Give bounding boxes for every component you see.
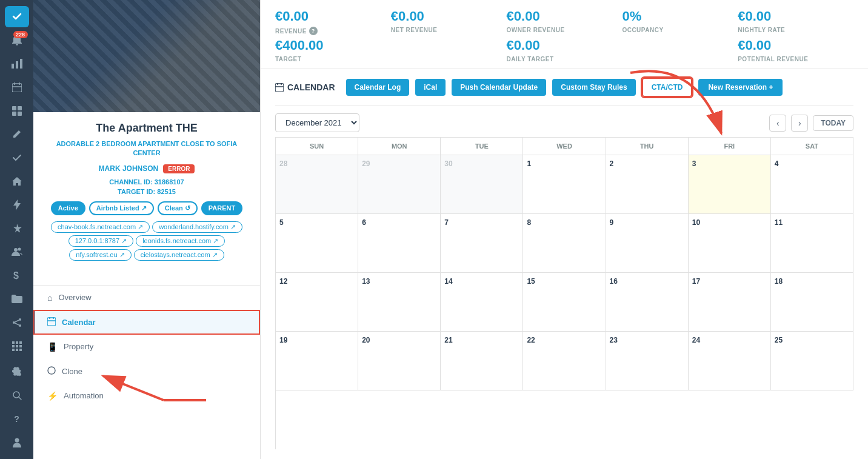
- property-name: The Apartment THE: [45, 122, 248, 135]
- tag-parent[interactable]: PARENT: [201, 201, 242, 215]
- ical-button[interactable]: iCal: [415, 79, 446, 96]
- sidebar-icon-settings[interactable]: [5, 361, 29, 383]
- sidebar-icon-question[interactable]: ?: [5, 409, 29, 430]
- calendar-cell[interactable]: 21: [441, 332, 523, 390]
- calendar-cell[interactable]: 15: [523, 273, 606, 332]
- prev-month-button[interactable]: ‹: [769, 115, 786, 132]
- next-month-button[interactable]: ›: [791, 115, 808, 132]
- sidebar-icon-grid[interactable]: [5, 335, 29, 357]
- subnav-clone-label: Clone: [62, 367, 82, 376]
- calendar-cell[interactable]: 5: [276, 214, 358, 273]
- svg-rect-10: [18, 112, 22, 116]
- calendar-cell[interactable]: 14: [441, 273, 523, 332]
- sidebar-icon-folder[interactable]: [5, 289, 29, 310]
- sidebar-icon-star[interactable]: [5, 218, 29, 239]
- push-calendar-button[interactable]: Push Calendar Update: [452, 79, 546, 96]
- subnav-automation-label: Automation: [64, 391, 104, 400]
- subnav-clone[interactable]: Clone: [33, 359, 260, 384]
- tag-active[interactable]: Active: [51, 201, 85, 215]
- calendar-cell-today[interactable]: 3: [689, 155, 771, 214]
- calendar-cell[interactable]: 19: [276, 332, 358, 390]
- link-nfy[interactable]: nfy.softrest.eu ↗: [69, 249, 131, 261]
- revenue-help-icon[interactable]: ?: [309, 27, 318, 35]
- sidebar-icon-tasks[interactable]: [5, 100, 29, 121]
- calendar-cell[interactable]: 9: [606, 214, 689, 273]
- stat-net-revenue-label: NET REVENUE: [391, 27, 507, 33]
- sidebar-icon-lightning[interactable]: [5, 194, 29, 215]
- sidebar-icon-check2[interactable]: [5, 147, 29, 169]
- calendar-cell[interactable]: 28: [276, 155, 358, 214]
- owner-error-badge: ERROR: [163, 164, 195, 173]
- stat-daily-target-value: €0.00: [507, 38, 623, 53]
- subnav-automation[interactable]: ⚡ Automation: [33, 384, 260, 408]
- sidebar-icon-dollar[interactable]: $: [5, 265, 29, 286]
- subnav-overview[interactable]: ⌂ Overview: [33, 286, 260, 310]
- calendar-cell[interactable]: 23: [606, 332, 689, 390]
- stats-row2: €400.00 TARGET €0.00 DAILY TARGET €0.00 …: [261, 35, 868, 69]
- day-tue: TUE: [441, 138, 523, 155]
- svg-point-11: [14, 248, 18, 252]
- svg-point-16: [19, 324, 21, 327]
- sidebar-icon-home[interactable]: [5, 171, 29, 192]
- calendar-cell[interactable]: 6: [358, 214, 441, 273]
- sidebar-icon-share[interactable]: [5, 312, 29, 333]
- calendar-cell[interactable]: 18: [771, 273, 853, 332]
- link-chav[interactable]: chav-book.fs.netreact.com ↗: [51, 221, 150, 233]
- link-cielo[interactable]: cielostays.netreact.com ↗: [134, 249, 224, 261]
- tag-clean[interactable]: Clean ↺: [158, 201, 198, 215]
- month-selector[interactable]: November 2021 December 2021 January 2022: [275, 113, 359, 132]
- link-wonderland[interactable]: wonderland.hostify.com ↗: [152, 221, 242, 233]
- svg-line-18: [15, 323, 19, 325]
- calendar-cell[interactable]: 12: [276, 273, 358, 332]
- calendar-cell[interactable]: 1: [523, 155, 606, 214]
- tag-airbnb[interactable]: Airbnb Listed ↗: [89, 201, 154, 215]
- sidebar-icon-pen[interactable]: [5, 124, 29, 145]
- link-leonids[interactable]: leonids.fs.netreact.com ↗: [136, 235, 225, 247]
- calendar-cell[interactable]: 16: [606, 273, 689, 332]
- new-reservation-button[interactable]: New Reservation +: [698, 79, 783, 96]
- calendar-cell[interactable]: 8: [523, 214, 606, 273]
- calendar-cell[interactable]: 25: [771, 332, 853, 390]
- sidebar-icon-search[interactable]: [5, 385, 29, 406]
- svg-rect-0: [12, 64, 14, 69]
- calendar-log-button[interactable]: Calendar Log: [346, 79, 410, 96]
- calendar-week-4: 19 20 21 22 23 24 25: [276, 332, 853, 390]
- calendar-cell[interactable]: 20: [358, 332, 441, 390]
- calendar-cell[interactable]: 11: [771, 214, 853, 273]
- subnav-calendar-label: Calendar: [62, 318, 96, 327]
- cta-ctd-button[interactable]: CTA/CTD: [642, 78, 693, 97]
- day-mon: MON: [358, 138, 441, 155]
- link-localhost[interactable]: 127.0.0.1:8787 ↗: [68, 235, 133, 247]
- calendar-body: 28 29 30 1 2 3 4 5 6 7 8 9: [275, 155, 853, 449]
- calendar-cell[interactable]: 13: [358, 273, 441, 332]
- svg-rect-19: [12, 341, 15, 344]
- sidebar-icon-bell[interactable]: [5, 30, 29, 51]
- custom-stay-rules-button[interactable]: Custom Stay Rules: [552, 79, 635, 96]
- calendar-grid: SUN MON TUE WED THU FRI SAT 28 29 30 1: [275, 137, 853, 449]
- svg-rect-3: [12, 84, 22, 92]
- sidebar-icon-chart[interactable]: [5, 53, 29, 75]
- channel-id: CHANNEL ID: 31868107: [45, 178, 248, 186]
- calendar-cell[interactable]: 7: [441, 214, 523, 273]
- calendar-cell[interactable]: 10: [689, 214, 771, 273]
- subnav-property-label: Property: [64, 342, 93, 351]
- overview-icon: ⌂: [47, 293, 52, 303]
- today-button[interactable]: TODAY: [813, 115, 853, 131]
- calendar-cell[interactable]: 29: [358, 155, 441, 214]
- sidebar-icon-person[interactable]: [5, 432, 29, 453]
- subnav-property[interactable]: 📱 Property: [33, 335, 260, 359]
- sidebar-icon-calendar[interactable]: [5, 76, 29, 98]
- subnav-calendar[interactable]: Calendar: [33, 310, 260, 335]
- calendar-cell[interactable]: 30: [441, 155, 523, 214]
- svg-point-15: [13, 321, 15, 324]
- sidebar-icon-people[interactable]: [5, 241, 29, 263]
- calendar-cell[interactable]: 22: [523, 332, 606, 390]
- calendar-cell[interactable]: 4: [771, 155, 853, 214]
- calendar-cell[interactable]: 2: [606, 155, 689, 214]
- calendar-cell[interactable]: 24: [689, 332, 771, 390]
- calendar-cell[interactable]: 17: [689, 273, 771, 332]
- calendar-week-2: 5 6 7 8 9 10 11: [276, 214, 853, 273]
- sidebar-icon-check[interactable]: [5, 6, 29, 27]
- svg-point-30: [15, 438, 19, 442]
- svg-rect-1: [16, 61, 18, 69]
